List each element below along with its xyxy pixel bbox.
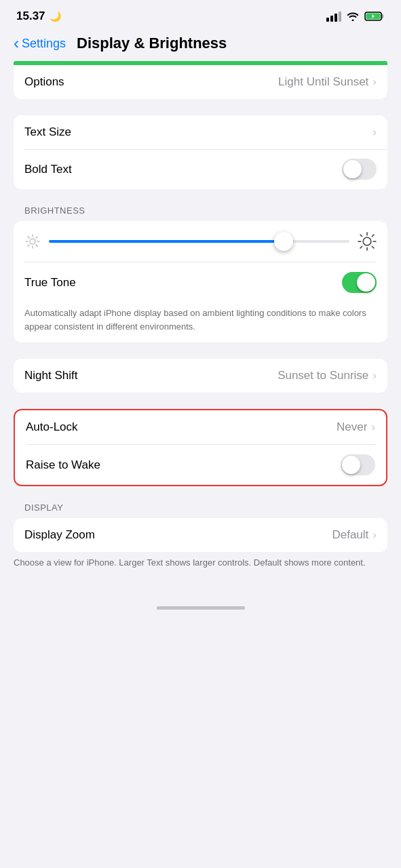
night-shift-section: Night Shift Sunset to Sunrise › [14,359,387,393]
display-card: Display Zoom Default › [14,518,387,552]
brightness-section-label: BRIGHTNESS [14,205,387,216]
svg-line-11 [28,245,29,246]
auto-lock-value-group: Never › [337,420,375,434]
display-section-label: DISPLAY [14,502,387,513]
text-size-value-group: › [373,125,377,139]
brightness-slider-row[interactable] [14,221,387,262]
text-card: Text Size › Bold Text [14,115,387,189]
options-chevron-icon: › [373,75,377,89]
status-bar: 15.37 🌙 [0,0,401,28]
raise-to-wake-toggle[interactable] [341,454,375,475]
page-title: Display & Brightness [77,35,227,52]
battery-icon [364,11,385,22]
night-shift-chevron-icon: › [373,369,377,382]
auto-lock-section: Auto-Lock Never › Raise to Wake [14,409,387,486]
display-zoom-row[interactable]: Display Zoom Default › [14,518,387,552]
auto-lock-label: Auto-Lock [26,420,78,434]
partial-top-card: Options Light Until Sunset › [14,61,387,99]
back-label[interactable]: Settings [22,37,66,51]
true-tone-toggle-thumb [357,273,375,292]
svg-point-12 [363,237,371,245]
bold-text-toggle-thumb [343,160,362,178]
svg-line-17 [360,235,362,236]
moon-icon: 🌙 [50,11,61,22]
status-icons [326,11,385,22]
raise-to-wake-label: Raise to Wake [26,458,100,472]
auto-lock-card: Auto-Lock Never › Raise to Wake [14,409,387,486]
status-time: 15.37 [16,9,45,23]
bold-text-label: Bold Text [24,163,72,176]
display-section: DISPLAY Display Zoom Default › Choose a … [14,502,387,579]
true-tone-description: Automatically adapt iPhone display based… [14,302,387,342]
display-zoom-value: Default [332,528,368,542]
brightness-slider-fill [49,240,284,243]
svg-line-19 [372,235,373,236]
svg-line-18 [372,246,373,248]
svg-line-10 [36,237,37,238]
signal-icon [326,12,341,22]
text-size-chevron-icon: › [373,125,377,139]
text-section: Text Size › Bold Text [14,115,387,189]
night-shift-card: Night Shift Sunset to Sunrise › [14,359,387,393]
svg-rect-1 [381,14,383,18]
home-indicator [0,595,401,616]
text-size-row[interactable]: Text Size › [14,115,387,149]
auto-lock-row[interactable]: Auto-Lock Never › [15,410,386,444]
brightness-card: True Tone Automatically adapt iPhone dis… [14,221,387,342]
true-tone-label: True Tone [24,276,76,290]
svg-line-9 [36,245,37,246]
svg-point-3 [30,239,35,244]
svg-line-8 [28,237,29,238]
raise-to-wake-toggle-thumb [342,456,360,474]
display-zoom-description: Choose a view for iPhone. Larger Text sh… [14,552,387,579]
brightness-slider-thumb[interactable] [274,232,293,251]
raise-to-wake-row[interactable]: Raise to Wake [15,445,386,485]
display-zoom-chevron-icon: › [373,528,377,542]
wifi-icon [347,12,359,21]
options-row[interactable]: Options Light Until Sunset › [14,65,387,99]
display-zoom-label: Display Zoom [24,528,95,542]
sun-large-icon [358,232,377,251]
true-tone-toggle[interactable] [342,272,377,293]
options-value-group: Light Until Sunset › [278,75,377,89]
bold-text-row[interactable]: Bold Text [14,149,387,189]
true-tone-row[interactable]: True Tone [14,262,387,302]
brightness-section: BRIGHTNESS [14,205,387,342]
back-button[interactable]: ‹ Settings [14,34,66,53]
night-shift-value: Sunset to Sunrise [278,369,368,382]
night-shift-label: Night Shift [24,369,77,382]
night-shift-value-group: Sunset to Sunrise › [278,369,377,382]
options-label: Options [24,75,64,89]
auto-lock-value: Never [337,420,367,434]
bold-text-toggle[interactable] [342,159,377,180]
options-value: Light Until Sunset [278,75,368,89]
text-size-label: Text Size [24,125,71,139]
night-shift-row[interactable]: Night Shift Sunset to Sunrise › [14,359,387,393]
auto-lock-chevron-icon: › [371,420,375,434]
display-zoom-value-group: Default › [332,528,377,542]
brightness-slider-track[interactable] [49,240,349,243]
sun-small-icon [24,233,41,250]
nav-bar: ‹ Settings Display & Brightness [0,28,401,61]
home-bar [157,606,245,610]
back-chevron-icon: ‹ [14,34,19,53]
svg-line-20 [360,246,362,248]
